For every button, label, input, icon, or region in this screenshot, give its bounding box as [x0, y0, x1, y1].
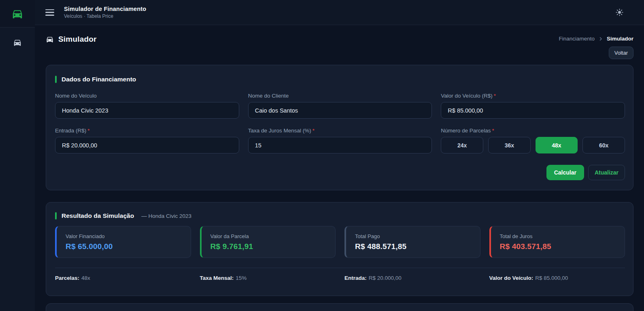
stat-value: R$ 488.571,85: [355, 242, 472, 251]
breadcrumb: Financiamento Simulador: [559, 36, 633, 42]
stat-label: Total Pago: [355, 233, 472, 239]
installments-option-36x[interactable]: 36x: [488, 137, 531, 153]
hamburger-icon[interactable]: [45, 9, 54, 16]
app-title: Simulador de Financiamento: [64, 6, 146, 12]
installments-label: Número de Parcelas: [441, 128, 491, 134]
field-vehicle-name: Nome do Veículo: [55, 93, 239, 119]
topbar: Simulador de Financiamento Veículos · Ta…: [35, 0, 644, 25]
field-installments: Número de Parcelas* 24x 36x 48x 60x: [441, 128, 625, 153]
stat-value: R$ 403.571,85: [500, 242, 617, 251]
stat-label: Total de Juros: [500, 233, 617, 239]
field-down-payment: Entrada (R$)*: [55, 128, 239, 153]
required-mark: *: [87, 128, 89, 134]
stat-value: R$ 9.761,91: [210, 242, 327, 251]
interest-rate-label: Taxa de Juros Mensal (%): [248, 128, 311, 134]
summary-row: Parcelas:48x Taxa Mensal:15% Entrada:R$ …: [55, 268, 625, 288]
field-interest-rate: Taxa de Juros Mensal (%)*: [248, 128, 432, 153]
installments-option-24x[interactable]: 24x: [441, 137, 483, 153]
sidebar-nav: [0, 28, 35, 50]
stat-label: Valor da Parcela: [210, 233, 327, 239]
update-button[interactable]: Atualizar: [588, 165, 625, 180]
result-card-title: Resultado da Simulação: [62, 212, 134, 219]
required-mark: *: [494, 93, 496, 99]
calculate-button[interactable]: Calcular: [546, 165, 584, 180]
down-payment-label: Entrada (R$): [55, 128, 86, 134]
stat-label: Valor Financiado: [66, 233, 183, 239]
chevron-right-icon: [598, 36, 603, 41]
summary-vehicle-value: Valor do Veículo:R$ 85.000,00: [489, 275, 625, 281]
field-vehicle-value: Valor do Veículo (R$)*: [441, 93, 625, 119]
app-subtitle: Veículos · Tabela Price: [64, 13, 146, 19]
client-name-input[interactable]: [248, 102, 432, 119]
stats-grid: Valor Financiado R$ 65.000,00 Valor da P…: [55, 226, 625, 258]
form-grid: Nome do Veículo Nome do Cliente Valor do…: [55, 93, 625, 153]
page-title-group: Simulador: [46, 35, 97, 44]
vehicle-value-input[interactable]: [441, 102, 625, 119]
stat-total-interest: Total de Juros R$ 403.571,85: [489, 226, 625, 258]
stat-financed-amount: Valor Financiado R$ 65.000,00: [55, 226, 191, 258]
breadcrumb-current: Simulador: [607, 36, 633, 42]
back-button[interactable]: Voltar: [609, 47, 633, 59]
sun-icon: [616, 9, 623, 16]
result-card-subtitle: — Honda Civic 2023: [141, 213, 191, 219]
client-name-label: Nome do Cliente: [248, 93, 289, 99]
breadcrumb-parent[interactable]: Financiamento: [559, 36, 595, 42]
form-card-title: Dados do Financiamento: [62, 76, 136, 83]
car-icon: [46, 35, 54, 43]
green-accent-bar: [55, 212, 57, 219]
simulation-result-card: Resultado da Simulação — Honda Civic 202…: [46, 202, 633, 296]
required-mark: *: [492, 128, 494, 134]
installments-option-48x[interactable]: 48x: [536, 137, 578, 153]
result-card-title-row: Resultado da Simulação — Honda Civic 202…: [55, 212, 625, 219]
page-head-right: Financiamento Simulador Voltar: [559, 35, 633, 59]
summary-installments: Parcelas:48x: [55, 275, 191, 281]
vehicle-name-label: Nome do Veículo: [55, 93, 97, 99]
summary-monthly-rate: Taxa Mensal:15%: [200, 275, 336, 281]
installments-options: 24x 36x 48x 60x: [441, 137, 625, 153]
app-logo[interactable]: [0, 0, 35, 28]
main-area: Simulador de Financiamento Veículos · Ta…: [35, 0, 644, 311]
required-mark: *: [312, 128, 315, 134]
vehicle-name-input[interactable]: [55, 102, 239, 119]
financing-form-card: Dados do Financiamento Nome do Veículo N…: [46, 65, 633, 190]
page-head: Simulador Financiamento Simulador Voltar: [46, 35, 633, 59]
field-client-name: Nome do Cliente: [248, 93, 432, 119]
down-payment-input[interactable]: [55, 137, 239, 153]
vehicle-value-label: Valor do Veículo (R$): [441, 93, 492, 99]
stat-installment-value: Valor da Parcela R$ 9.761,91: [200, 226, 336, 258]
summary-down-payment: Entrada:R$ 20.000,00: [344, 275, 480, 281]
app-titles: Simulador de Financiamento Veículos · Ta…: [64, 6, 146, 19]
green-accent-bar: [55, 76, 57, 83]
page-content: Simulador Financiamento Simulador Voltar…: [35, 25, 644, 311]
theme-toggle-button[interactable]: [613, 6, 625, 19]
page-title: Simulador: [58, 35, 97, 44]
sidebar-item-vehicles[interactable]: [9, 35, 26, 50]
car-icon: [11, 8, 23, 20]
form-card-title-row: Dados do Financiamento: [55, 76, 625, 83]
stat-value: R$ 65.000,00: [66, 242, 183, 251]
car-icon: [13, 38, 22, 47]
next-section-card: [46, 303, 633, 311]
installments-option-60x[interactable]: 60x: [582, 137, 625, 153]
sidebar: [0, 0, 35, 311]
form-actions: Calcular Atualizar: [55, 165, 625, 180]
stat-total-paid: Total Pago R$ 488.571,85: [344, 226, 480, 258]
interest-rate-input[interactable]: [248, 137, 432, 153]
